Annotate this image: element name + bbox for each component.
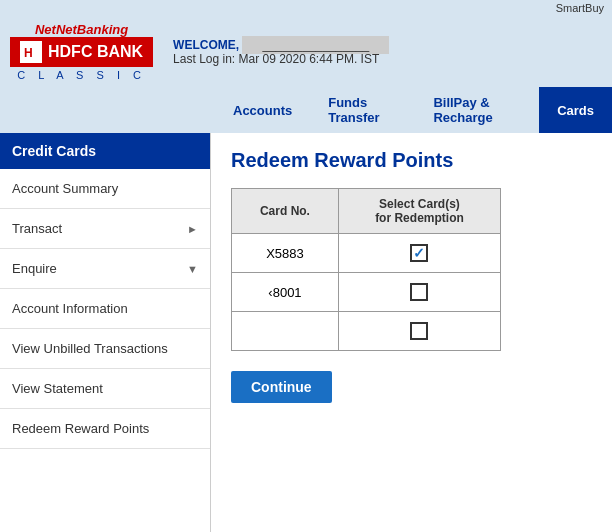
hdfc-logo-icon: H	[20, 41, 42, 63]
bank-name: HDFC BANK	[48, 43, 143, 61]
classic-text: C L A S S I C	[17, 69, 146, 81]
arrow-down-icon: ▼	[187, 263, 198, 275]
table-row	[232, 312, 501, 351]
col-select-header: Select Card(s)for Redemption	[338, 189, 500, 234]
checkbox-cell-1	[338, 234, 500, 273]
nav-billpay[interactable]: BillPay & Recharge	[415, 87, 539, 133]
card-checkbox-2[interactable]	[410, 283, 428, 301]
nav-bar: Accounts Funds Transfer BillPay & Rechar…	[0, 87, 612, 133]
svg-text:H: H	[24, 46, 33, 60]
table-row: ‹8001	[232, 273, 501, 312]
welcome-line: WELCOME, ________________	[173, 38, 389, 52]
hdfc-badge: H HDFC BANK	[10, 37, 153, 67]
header: NetNetBanking H HDFC BANK C L A S S I C …	[0, 16, 612, 87]
logo-area: NetNetBanking H HDFC BANK C L A S S I C	[10, 22, 153, 81]
nav-accounts[interactable]: Accounts	[215, 87, 310, 133]
welcome-label: WELCOME,	[173, 38, 239, 52]
sidebar-item-view-unbilled[interactable]: View Unbilled Transactions	[0, 329, 210, 369]
nav-funds-transfer[interactable]: Funds Transfer	[310, 87, 415, 133]
sidebar-label-transact: Transact	[12, 221, 62, 236]
sidebar-item-account-information[interactable]: Account Information	[0, 289, 210, 329]
card-table: Card No. Select Card(s)for Redemption X5…	[231, 188, 501, 351]
netbanking-text: NetNetBanking	[35, 22, 128, 37]
main-layout: Credit Cards Account Summary Transact ► …	[0, 133, 612, 532]
page-title: Redeem Reward Points	[231, 149, 592, 172]
card-checkbox-1[interactable]	[410, 244, 428, 262]
welcome-name: ________________	[242, 36, 389, 54]
checkbox-cell-2	[338, 273, 500, 312]
col-card-no-header: Card No.	[232, 189, 339, 234]
welcome-area: WELCOME, ________________ Last Log in: M…	[173, 38, 389, 66]
last-login: Last Log in: Mar 09 2020 6:44 PM. IST	[173, 52, 389, 66]
nav-cards[interactable]: Cards	[539, 87, 612, 133]
sidebar-label-enquire: Enquire	[12, 261, 57, 276]
smartbuy-link[interactable]: SmartBuy	[556, 2, 604, 14]
arrow-right-icon: ►	[187, 223, 198, 235]
sidebar-header: Credit Cards	[0, 133, 210, 169]
sidebar-item-transact[interactable]: Transact ►	[0, 209, 210, 249]
sidebar-label-account-summary: Account Summary	[12, 181, 118, 196]
continue-button[interactable]: Continue	[231, 371, 332, 403]
col-select-header-text: Select Card(s)for Redemption	[375, 197, 464, 225]
sidebar-label-account-information: Account Information	[12, 301, 128, 316]
sidebar-label-redeem-reward: Redeem Reward Points	[12, 421, 149, 436]
card-no-cell-1: X5883	[232, 234, 339, 273]
sidebar-label-view-unbilled: View Unbilled Transactions	[12, 341, 168, 356]
card-checkbox-3[interactable]	[410, 322, 428, 340]
card-no-cell-3	[232, 312, 339, 351]
sidebar-item-account-summary[interactable]: Account Summary	[0, 169, 210, 209]
sidebar-label-view-statement: View Statement	[12, 381, 103, 396]
table-row: X5883	[232, 234, 501, 273]
card-no-cell-2: ‹8001	[232, 273, 339, 312]
sidebar-item-view-statement[interactable]: View Statement	[0, 369, 210, 409]
sidebar-item-enquire[interactable]: Enquire ▼	[0, 249, 210, 289]
sidebar: Credit Cards Account Summary Transact ► …	[0, 133, 211, 532]
top-bar: SmartBuy	[0, 0, 612, 16]
content-area: Redeem Reward Points Card No. Select Car…	[211, 133, 612, 532]
checkbox-cell-3	[338, 312, 500, 351]
sidebar-item-redeem-reward[interactable]: Redeem Reward Points	[0, 409, 210, 449]
